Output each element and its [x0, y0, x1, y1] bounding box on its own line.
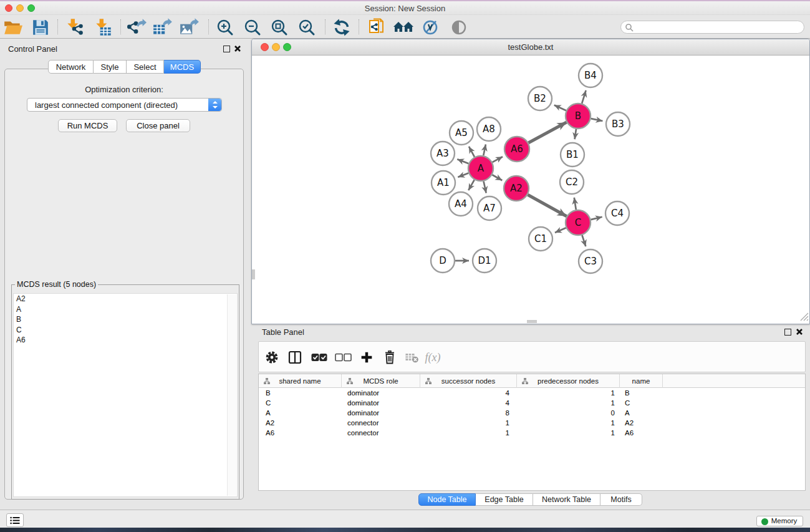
memory-button[interactable]: Memory	[756, 516, 803, 526]
node-A1[interactable]: A1	[432, 171, 455, 195]
node-A4[interactable]: A4	[449, 192, 473, 216]
tab-mcds[interactable]: MCDS	[164, 60, 201, 74]
zoom-in-icon[interactable]	[213, 17, 237, 38]
node-B1[interactable]: B1	[561, 143, 584, 167]
result-item[interactable]: A6	[14, 335, 237, 346]
edge-A-A8[interactable]	[483, 144, 486, 155]
node-C1[interactable]: C1	[529, 227, 552, 251]
cell[interactable]: 4	[420, 398, 517, 408]
control-panel-close-icon[interactable]	[234, 45, 241, 54]
edge-A-A7[interactable]	[483, 181, 486, 193]
open-file-icon[interactable]	[1, 17, 25, 38]
tab-network-table[interactable]: Network Table	[533, 493, 600, 506]
table-panel-close-icon[interactable]	[796, 328, 803, 337]
zoom-selected-icon[interactable]	[295, 17, 319, 38]
table-row[interactable]: Cdominator41C	[259, 398, 805, 408]
result-item[interactable]: A2	[14, 294, 237, 304]
edge-A-A3[interactable]	[457, 159, 468, 163]
refresh-view-icon[interactable]	[330, 17, 354, 38]
node-A8[interactable]: A8	[477, 117, 501, 141]
edge-C-C4[interactable]	[591, 217, 602, 220]
edge-B-B3[interactable]	[591, 118, 603, 121]
cell[interactable]: connector	[342, 418, 420, 428]
settings-gear-icon[interactable]	[262, 347, 282, 367]
tab-style[interactable]: Style	[94, 60, 127, 74]
edge-B-B2[interactable]	[554, 105, 566, 110]
node-A6[interactable]: A6	[504, 137, 529, 162]
node-B2[interactable]: B2	[528, 87, 552, 110]
node-A[interactable]: A	[468, 156, 493, 181]
cell[interactable]: C	[620, 398, 663, 408]
import-table-icon[interactable]	[92, 17, 115, 38]
cell[interactable]: 1	[517, 388, 620, 398]
table-row[interactable]: A2connector11A2	[259, 418, 805, 428]
result-item[interactable]: C	[14, 325, 237, 336]
show-hide-icon[interactable]	[447, 17, 471, 38]
cell[interactable]: A	[259, 408, 342, 418]
zoom-fit-icon[interactable]	[268, 17, 291, 38]
run-mcds-button[interactable]: Run MCDS	[58, 119, 117, 132]
table-panel-float-icon[interactable]	[784, 329, 791, 336]
control-panel-float-icon[interactable]	[223, 46, 230, 52]
delete-column-icon[interactable]	[380, 347, 400, 367]
network-graph[interactable]: B4B2BB3A8A5A6A3B1AA1C2A2A4A7C4CC1C3DD1	[252, 56, 809, 324]
tab-network[interactable]: Network	[48, 60, 94, 74]
cell[interactable]: connector	[342, 428, 420, 438]
result-item[interactable]: A	[14, 304, 237, 315]
cell[interactable]: 1	[517, 398, 620, 408]
edge-C-C3[interactable]	[582, 235, 586, 246]
node-B4[interactable]: B4	[579, 64, 602, 87]
cell[interactable]: A2	[259, 418, 342, 428]
result-scrollbar[interactable]	[227, 294, 236, 496]
delete-table-icon[interactable]	[402, 347, 422, 367]
tab-select[interactable]: Select	[127, 60, 164, 74]
mcds-result-list[interactable]: A2ABCA6	[13, 293, 238, 497]
table-row[interactable]: Adominator80A	[259, 408, 805, 418]
table-row[interactable]: A6connector11A6	[259, 428, 805, 438]
cell[interactable]: dominator	[342, 398, 420, 408]
node-C3[interactable]: C3	[579, 249, 602, 273]
clone-network-icon[interactable]	[365, 17, 389, 38]
edge-A-A4[interactable]	[468, 180, 474, 190]
cell[interactable]: 1	[420, 428, 517, 438]
tab-edge-table[interactable]: Edge Table	[476, 493, 533, 506]
tab-motifs[interactable]: Motifs	[600, 493, 642, 506]
cell[interactable]: 4	[420, 388, 517, 398]
edge-A-A6[interactable]	[493, 157, 503, 162]
save-session-icon[interactable]	[29, 17, 52, 38]
export-network-icon[interactable]	[124, 17, 148, 38]
column-header-successor-nodes[interactable]: successor nodes	[420, 374, 517, 388]
cell[interactable]: A	[620, 408, 663, 418]
home-layout-icon[interactable]	[392, 17, 415, 38]
resize-grip-icon[interactable]	[800, 312, 809, 323]
column-header-name[interactable]: name	[620, 374, 663, 388]
import-network-icon[interactable]	[63, 17, 87, 38]
node-D1[interactable]: D1	[473, 249, 496, 273]
add-column-icon[interactable]	[357, 347, 377, 367]
column-header-shared-name[interactable]: shared name	[259, 374, 342, 388]
cell[interactable]: 1	[420, 418, 517, 428]
node-C[interactable]: C	[566, 210, 591, 235]
deselect-all-checkboxes-icon[interactable]	[333, 347, 353, 367]
cell[interactable]: 0	[517, 408, 620, 418]
search-input[interactable]	[620, 21, 804, 34]
node-B[interactable]: B	[566, 104, 591, 128]
zoom-out-icon[interactable]	[241, 17, 264, 38]
export-image-icon[interactable]	[178, 17, 201, 38]
cell[interactable]: B	[259, 388, 342, 398]
edge-B-B4[interactable]	[582, 90, 586, 104]
split-panel-icon[interactable]	[285, 347, 305, 367]
column-header-predecessor-nodes[interactable]: predecessor nodes	[517, 374, 620, 388]
cell[interactable]: C	[259, 398, 342, 408]
status-menu-button[interactable]	[6, 513, 24, 527]
cell[interactable]: 8	[420, 408, 517, 418]
node-C4[interactable]: C4	[605, 201, 629, 225]
vizmapper-icon[interactable]	[418, 17, 442, 38]
network-window-titlebar[interactable]: testGlobe.txt	[252, 39, 809, 56]
cell[interactable]: 1	[517, 418, 620, 428]
cell[interactable]: A6	[259, 428, 342, 438]
edge-A6-B[interactable]	[528, 122, 566, 143]
cell[interactable]: dominator	[342, 408, 420, 418]
optimization-criterion-select[interactable]: largest connected component (directed)	[27, 98, 222, 112]
column-header-MCDS-role[interactable]: MCDS role	[342, 374, 420, 388]
